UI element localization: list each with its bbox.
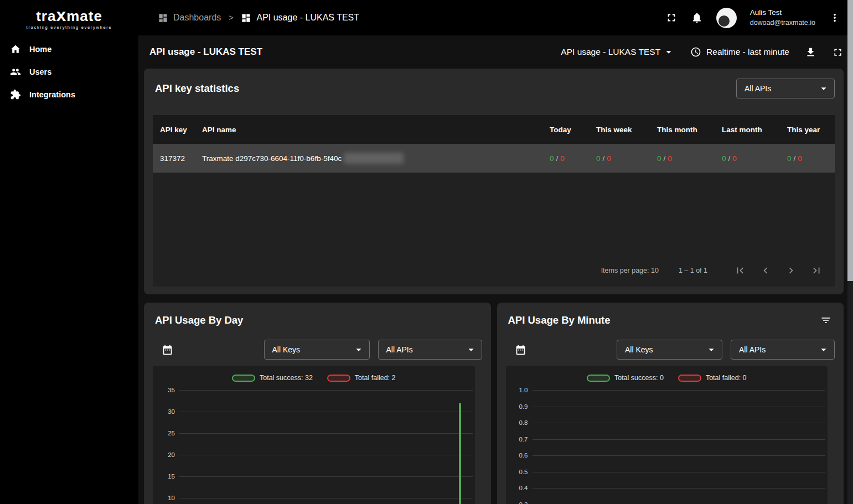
sidebar-item-label: Users <box>29 67 51 76</box>
gridline <box>179 498 473 498</box>
minute-filter-button[interactable] <box>820 315 831 326</box>
previous-page-button[interactable] <box>759 264 772 277</box>
logo-text: traxmate <box>36 6 102 24</box>
chart-legend: Total success: 32Total failed: 2 <box>153 373 475 383</box>
minute-card-filters: All Keys All APIs <box>506 340 835 360</box>
chart-plot-row: 1.00.90.80.70.60.50.40.3 <box>506 386 828 504</box>
chevron-left-icon <box>759 264 772 277</box>
day-chart: Total success: 32Total failed: 2 3530252… <box>153 366 475 504</box>
clock-icon <box>690 46 701 58</box>
home-icon <box>10 44 21 55</box>
avatar[interactable] <box>716 8 737 28</box>
scrollbar-thumb[interactable] <box>847 0 853 281</box>
integrations-icon <box>10 89 21 100</box>
sidebar: Home Users Integrations <box>0 35 138 504</box>
legend-label: Total success: 0 <box>614 374 664 382</box>
y-tick-label: 0.8 <box>519 418 528 427</box>
overflow-menu-button[interactable] <box>829 12 841 24</box>
scrollbar-track[interactable] <box>847 0 853 504</box>
first-page-button[interactable] <box>734 264 746 277</box>
download-button[interactable] <box>805 46 816 58</box>
y-tick-label: 0.7 <box>519 435 528 444</box>
stats-api-filter-select[interactable]: All APIs <box>736 79 835 98</box>
y-tick-label: 25 <box>168 429 175 438</box>
table-row[interactable]: 317372 Traxmate d297c730-6604-11f0-b6fb-… <box>153 144 835 173</box>
minute-date-range-button[interactable] <box>515 344 526 356</box>
bell-icon <box>691 12 703 24</box>
y-tick-label: 30 <box>168 407 175 416</box>
y-tick-label: 15 <box>168 472 175 481</box>
day-card-filters: All Keys All APIs <box>153 340 482 360</box>
y-tick-label: 0.6 <box>519 451 528 460</box>
legend-item: Total success: 0 <box>587 374 664 382</box>
col-header-api-key: API key <box>153 126 195 134</box>
y-tick-label: 0.3 <box>519 500 528 504</box>
legend-label: Total success: 32 <box>260 374 313 382</box>
y-tick-label: 35 <box>168 386 175 394</box>
table-pagination: Items per page: 10 1 – 1 of 1 <box>153 254 835 287</box>
topbar: traxmate tracking everything everywhere … <box>0 0 853 35</box>
day-date-range-button[interactable] <box>162 344 173 356</box>
breadcrumb-dashboards[interactable]: Dashboards <box>158 13 221 23</box>
logo-tagline: tracking everything everywhere <box>27 25 112 30</box>
breadcrumb: Dashboards > API usage - LUKAS TEST <box>158 13 359 23</box>
legend-item: Total success: 32 <box>232 374 313 382</box>
pagination-range: 1 – 1 of 1 <box>679 267 707 274</box>
minute-keys-filter-select[interactable]: All Keys <box>617 340 722 360</box>
col-header-this-year: This year <box>787 126 835 134</box>
col-header-today: Today <box>550 126 596 134</box>
user-email: dowoad@traxmate.io <box>750 18 815 28</box>
legend-swatch <box>232 375 255 382</box>
chart-plot-row: 353025201510 <box>153 386 475 504</box>
breadcrumb-separator: > <box>229 13 233 22</box>
redacted-text <box>344 153 404 164</box>
chevron-down-icon <box>663 46 675 58</box>
day-apis-filter-select[interactable]: All APIs <box>378 340 482 360</box>
user-name: Aulis Test <box>750 8 815 18</box>
api-key-statistics-card: API key statistics All APIs API key API … <box>144 69 844 294</box>
gridline <box>179 455 473 455</box>
main-content: API usage - LUKAS TEST API usage - LUKAS… <box>138 35 853 504</box>
sidebar-item-integrations[interactable]: Integrations <box>0 83 138 106</box>
chevron-right-icon <box>785 264 797 277</box>
breadcrumb-current[interactable]: API usage - LUKAS TEST <box>241 13 359 23</box>
fullscreen-button[interactable] <box>665 12 678 24</box>
topbar-actions: Aulis Test dowoad@traxmate.io <box>665 8 841 28</box>
dashboard-grid-icon <box>158 13 168 23</box>
api-key-table: API key API name Today This week This mo… <box>153 115 835 287</box>
sidebar-item-home[interactable]: Home <box>0 38 138 60</box>
chevron-down-icon <box>705 344 717 356</box>
users-icon <box>10 66 21 77</box>
chart-y-axis: 353025201510 <box>153 386 179 504</box>
day-card-title: API Usage By Day <box>155 314 243 326</box>
realtime-label: Realtime - last minute <box>706 47 789 57</box>
minute-apis-filter-value: All APIs <box>739 345 766 354</box>
logo[interactable]: traxmate tracking everything everywhere <box>0 6 138 30</box>
minute-apis-filter-select[interactable]: All APIs <box>731 340 835 360</box>
pagination-buttons <box>734 264 823 277</box>
gridline <box>533 390 826 391</box>
cell-api-name: Traxmate d297c730-6604-11f0-b6fb-5f40c <box>195 153 550 164</box>
minute-card-header: API Usage By Minute <box>506 303 835 326</box>
stats-api-filter-value: All APIs <box>745 84 771 93</box>
last-page-button[interactable] <box>810 264 823 277</box>
expand-dashboard-button[interactable] <box>832 46 844 58</box>
items-per-page[interactable]: Items per page: 10 <box>601 267 659 274</box>
calendar-icon <box>515 344 526 356</box>
col-header-api-name: API name <box>195 126 550 134</box>
notifications-button[interactable] <box>691 12 703 24</box>
realtime-selector[interactable]: Realtime - last minute <box>690 46 789 58</box>
cell-this-week: 0/0 <box>596 154 657 163</box>
breadcrumb-current-label: API usage - LUKAS TEST <box>256 13 359 23</box>
day-keys-filter-select[interactable]: All Keys <box>264 340 370 360</box>
chevron-down-icon <box>353 344 365 356</box>
first-page-icon <box>734 264 746 277</box>
gridline <box>533 488 826 489</box>
y-tick-label: 10 <box>168 493 175 502</box>
success-spike <box>459 403 461 504</box>
gridline <box>533 407 826 407</box>
next-page-button[interactable] <box>785 264 797 277</box>
sidebar-item-users[interactable]: Users <box>0 60 138 83</box>
user-menu[interactable]: Aulis Test dowoad@traxmate.io <box>750 8 815 28</box>
dashboard-selector[interactable]: API usage - LUKAS TEST <box>561 46 675 58</box>
